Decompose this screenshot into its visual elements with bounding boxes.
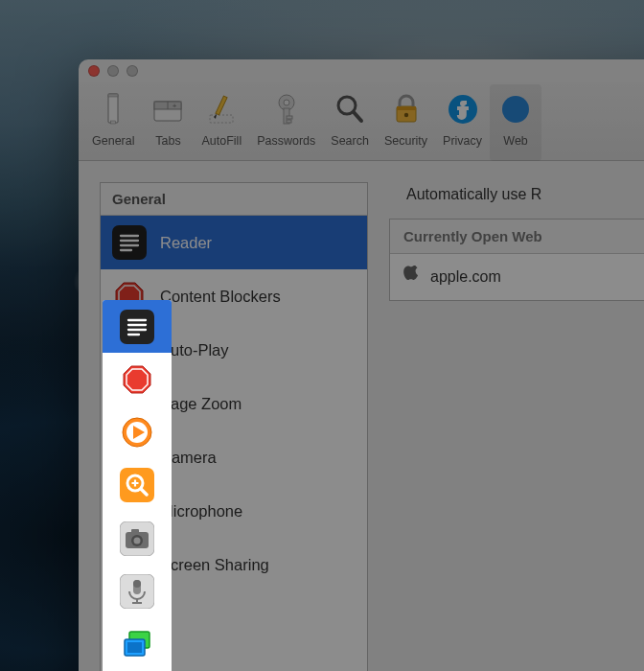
tab-general[interactable]: General (84, 84, 142, 161)
svg-text:+: + (172, 102, 177, 110)
security-icon (388, 88, 425, 130)
hl-screen-sharing[interactable] (103, 618, 172, 671)
hl-reader[interactable] (103, 300, 172, 353)
zoom-button[interactable] (126, 65, 138, 77)
hl-microphone[interactable] (103, 565, 172, 617)
sidebar-item-label: Reader (160, 234, 212, 252)
open-websites-header: Currently Open Web (390, 220, 644, 254)
passwords-icon (268, 88, 305, 130)
sidebar-item-label: Screen Sharing (160, 556, 269, 574)
window-title: W (146, 64, 644, 79)
svg-marker-58 (124, 366, 150, 393)
preferences-toolbar: General + Tabs AutoFill Passwords Search (79, 82, 644, 161)
hl-page-zoom[interactable] (103, 459, 172, 512)
tab-label: Tabs (155, 134, 180, 148)
open-websites-box: Currently Open Web apple.com (389, 219, 644, 301)
svg-line-16 (354, 112, 361, 121)
tab-autofill[interactable]: AutoFill (194, 84, 249, 161)
hl-auto-play[interactable] (103, 406, 172, 459)
svg-point-72 (134, 537, 141, 544)
main-column: Automatically use R Currently Open Web a… (389, 182, 644, 671)
sidebar-item-label: Content Blockers (160, 288, 281, 306)
tab-label: Search (331, 134, 369, 148)
tab-passwords[interactable]: Passwords (249, 84, 323, 161)
tab-tabs[interactable]: + Tabs (142, 84, 194, 161)
website-domain: apple.com (430, 268, 501, 286)
apple-icon (403, 266, 421, 289)
tab-label: Web (503, 134, 527, 148)
open-website-row[interactable]: apple.com (390, 254, 644, 300)
hl-camera[interactable] (103, 512, 172, 565)
tab-label: AutoFill (201, 134, 242, 148)
minimize-button[interactable] (107, 65, 119, 77)
general-icon (95, 88, 131, 130)
autofill-icon (203, 88, 240, 130)
svg-rect-75 (133, 580, 141, 588)
tab-label: Passwords (257, 134, 315, 148)
svg-rect-80 (127, 642, 142, 653)
titlebar: W (79, 59, 644, 82)
hl-content-blockers[interactable] (103, 353, 172, 405)
tab-security[interactable]: Security (377, 84, 435, 161)
svg-point-24 (502, 96, 529, 123)
sidebar-item-reader[interactable]: Reader (101, 216, 367, 269)
svg-rect-2 (111, 121, 116, 124)
tab-label: Privacy (443, 134, 482, 148)
tabs-icon: + (150, 88, 186, 130)
close-button[interactable] (88, 65, 100, 77)
search-icon (332, 88, 368, 130)
reader-icon (112, 225, 147, 260)
tab-label: General (92, 134, 134, 148)
svg-rect-7 (210, 115, 233, 123)
svg-rect-63 (120, 468, 154, 502)
tab-search[interactable]: Search (323, 84, 377, 161)
tab-privacy[interactable]: Privacy (435, 84, 490, 161)
tab-label: Security (384, 134, 427, 148)
tab-websites[interactable]: Web (490, 84, 541, 161)
svg-rect-8 (216, 96, 227, 115)
highlight-strip (103, 300, 172, 671)
svg-rect-0 (108, 94, 118, 123)
svg-rect-13 (287, 116, 292, 119)
privacy-icon (445, 88, 481, 130)
auto-reader-label: Automatically use R (389, 182, 644, 203)
websites-icon (497, 88, 534, 130)
svg-rect-18 (397, 106, 416, 110)
sidebar-section-header: General (101, 183, 367, 216)
svg-point-19 (403, 113, 407, 117)
svg-rect-53 (120, 310, 154, 344)
sidebar-item-label: Page Zoom (160, 395, 242, 413)
sidebar-item-label: Microphone (160, 502, 242, 521)
svg-point-11 (284, 100, 289, 105)
svg-rect-1 (108, 94, 118, 97)
svg-rect-70 (131, 529, 139, 533)
svg-rect-14 (287, 120, 291, 123)
svg-rect-25 (112, 225, 147, 260)
